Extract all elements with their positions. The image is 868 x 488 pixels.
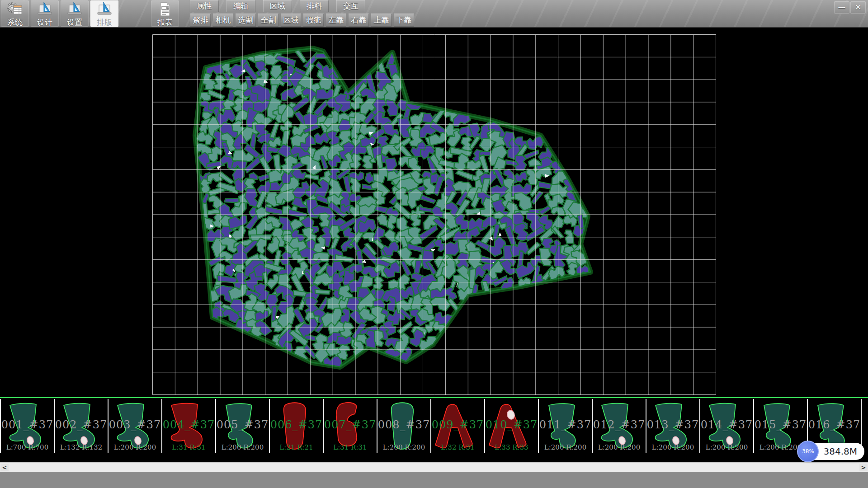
menu-tab-properties[interactable]: 属性 bbox=[190, 0, 219, 12]
piece-lr-count: L:200 R:200 bbox=[593, 443, 646, 451]
piece-tile[interactable]: 013_#37 L:200 R:200 bbox=[646, 399, 700, 453]
piece-tile[interactable]: 008_#37 L:200 R:200 bbox=[377, 399, 431, 453]
piece-tile[interactable]: 009_#37 L:32 R:31 bbox=[431, 399, 485, 453]
design-ruler-icon bbox=[37, 2, 53, 18]
piece-thumbnail bbox=[862, 399, 868, 453]
piece-tile[interactable]: 003_#37 L:200 R:200 bbox=[108, 399, 162, 453]
piece-name: 007_#37 bbox=[324, 418, 377, 431]
piece-name: 008_#37 bbox=[377, 418, 430, 431]
close-button[interactable]: ✕ bbox=[850, 1, 866, 14]
tool-button-cut-all[interactable]: 全割 bbox=[258, 14, 278, 27]
scroll-left-arrow-icon[interactable]: < bbox=[0, 464, 9, 471]
menu-tab-interaction[interactable]: 交互 bbox=[336, 0, 365, 12]
piece-lr-count: L:200 R:200 bbox=[539, 443, 592, 451]
toolbar-button-nesting[interactable]: 排版 bbox=[90, 0, 118, 27]
piece-lr-count: L:21 R:21 bbox=[270, 443, 323, 451]
toolbar-button-system[interactable]: 系统 bbox=[1, 0, 29, 27]
toolbar-button-label: 设计 bbox=[37, 18, 52, 27]
piece-tile[interactable]: 006_#37 L:21 R:21 bbox=[270, 399, 324, 453]
piece-tile[interactable] bbox=[862, 399, 868, 453]
piece-tile[interactable]: 011_#37 L:200 R:200 bbox=[539, 399, 593, 453]
nesting-canvas[interactable] bbox=[0, 28, 868, 397]
memory-percent-label: 38% bbox=[802, 448, 814, 455]
toolbar-button-label: 报表 bbox=[157, 18, 173, 27]
piece-lr-count: L:31 R:31 bbox=[162, 443, 215, 451]
piece-tile[interactable]: 004_#37 L:31 R:31 bbox=[162, 399, 216, 453]
tool-button-align-top[interactable]: 上靠 bbox=[371, 14, 392, 27]
tool-button-align-left[interactable]: 左靠 bbox=[326, 14, 346, 27]
tool-button-region[interactable]: 区域 bbox=[281, 14, 301, 27]
piece-tile[interactable]: 005_#37 L:200 R:200 bbox=[216, 399, 270, 453]
toolbar-button-report[interactable]: 报表 bbox=[151, 0, 179, 27]
menu-tab-region[interactable]: 区域 bbox=[263, 0, 292, 12]
piece-name: 011_#37 bbox=[539, 418, 592, 431]
scroll-right-arrow-icon[interactable]: > bbox=[859, 464, 868, 471]
memory-size-label: 384.8M bbox=[823, 446, 857, 457]
piece-tile[interactable]: 012_#37 L:200 R:200 bbox=[593, 399, 646, 453]
pieces-strip: 001_#37 L:700 R:700 002_#37 L:132 R:132 … bbox=[0, 397, 868, 462]
piece-name: 006_#37 bbox=[270, 418, 323, 431]
piece-lr-count: L:33 R:33 bbox=[485, 443, 538, 451]
piece-name: 009_#37 bbox=[431, 418, 484, 431]
menu-tab-edit[interactable]: 编辑 bbox=[226, 0, 255, 12]
memory-percent-indicator: 38% bbox=[797, 441, 819, 462]
toolbar-button-label: 系统 bbox=[7, 18, 23, 27]
piece-tile[interactable]: 014_#37 L:200 R:200 bbox=[700, 399, 754, 453]
main-toolbar: 系统 设计 设置 bbox=[0, 0, 868, 28]
memory-usage-badge: 38% 384.8M bbox=[799, 443, 864, 460]
nesting-workspace[interactable] bbox=[0, 28, 868, 397]
piece-lr-count: L:132 R:132 bbox=[55, 443, 108, 451]
piece-name: 014_#37 bbox=[700, 418, 753, 431]
tool-button-camera[interactable]: 相机 bbox=[213, 14, 233, 27]
piece-tile[interactable]: 001_#37 L:700 R:700 bbox=[1, 399, 55, 453]
piece-lr-count: L:32 R:31 bbox=[431, 443, 484, 451]
piece-lr-count: L:200 R:200 bbox=[108, 443, 161, 451]
tool-button-align-bottom[interactable]: 下靠 bbox=[394, 14, 414, 27]
piece-lr-count: L:200 R:200 bbox=[216, 443, 269, 451]
piece-name: 005_#37 bbox=[216, 418, 269, 431]
tool-button-select-cut[interactable]: 选割 bbox=[236, 14, 256, 27]
menu-tab-nesting[interactable]: 排料 bbox=[300, 0, 329, 12]
toolbar-button-settings[interactable]: 设置 bbox=[61, 0, 89, 27]
piece-lr-count: L:700 R:700 bbox=[1, 443, 54, 451]
piece-name: 004_#37 bbox=[162, 418, 215, 431]
piece-name: 012_#37 bbox=[593, 418, 646, 431]
nesting-ruler-icon bbox=[96, 2, 113, 18]
piece-lr-count: L:200 R:200 bbox=[700, 443, 753, 451]
piece-lr-count: L:31 R:31 bbox=[324, 443, 377, 451]
horizontal-scrollbar[interactable]: < > bbox=[0, 462, 868, 472]
tool-button-align-right[interactable]: 右靠 bbox=[349, 14, 369, 27]
piece-tile[interactable]: 010_#37 L:33 R:33 bbox=[485, 399, 539, 453]
toolbar-button-label: 排版 bbox=[97, 18, 112, 27]
minimize-button[interactable]: — bbox=[834, 1, 849, 14]
piece-name: 015_#37 bbox=[754, 418, 807, 431]
piece-name: 016_#37 bbox=[808, 418, 861, 431]
piece-lr-count: L:200 R:200 bbox=[377, 443, 430, 451]
piece-lr-count: L:200 R:200 bbox=[646, 443, 699, 451]
toolbar-button-design[interactable]: 设计 bbox=[31, 0, 59, 27]
piece-name: 010_#37 bbox=[485, 418, 538, 431]
system-gear-icon bbox=[7, 2, 23, 18]
tool-button-defect[interactable]: 瑕疵 bbox=[303, 14, 324, 27]
tool-button-cluster-nest[interactable]: 聚排 bbox=[190, 14, 211, 27]
toolbar-button-label: 设置 bbox=[67, 18, 82, 27]
piece-name: 003_#37 bbox=[108, 418, 161, 431]
report-document-icon bbox=[157, 2, 173, 18]
settings-ruler-icon bbox=[66, 2, 83, 18]
status-bar bbox=[0, 472, 868, 488]
piece-name: 001_#37 bbox=[1, 418, 54, 431]
piece-tile[interactable]: 007_#37 L:31 R:31 bbox=[324, 399, 377, 453]
piece-tile-list: 001_#37 L:700 R:700 002_#37 L:132 R:132 … bbox=[0, 399, 868, 453]
piece-name: 002_#37 bbox=[55, 418, 108, 431]
piece-name: 013_#37 bbox=[646, 418, 699, 431]
piece-tile[interactable]: 002_#37 L:132 R:132 bbox=[55, 399, 108, 453]
